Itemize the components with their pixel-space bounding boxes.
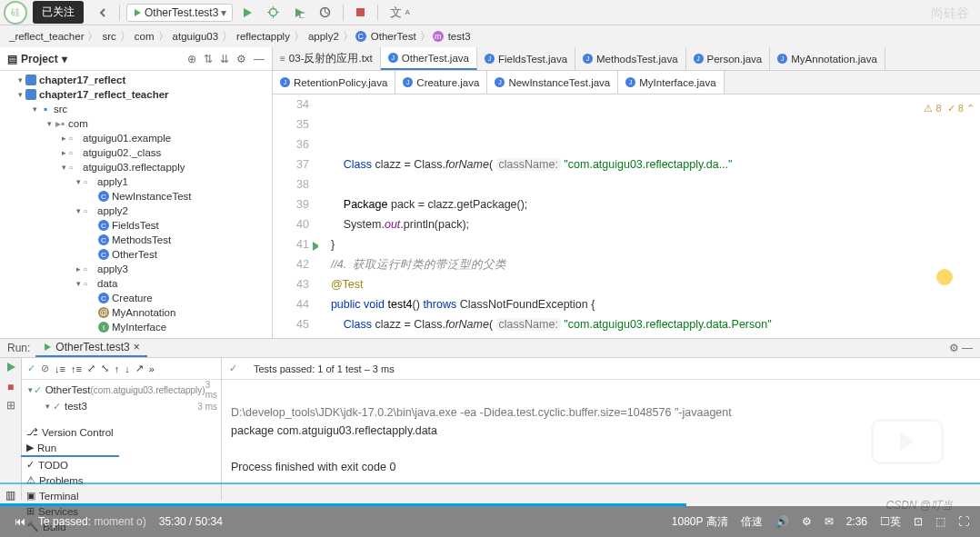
editor-tab[interactable]: JRetentionPolicy.java: [273, 71, 395, 94]
video-quality[interactable]: 1080P 高清: [672, 514, 728, 530]
editor-tab[interactable]: JCreature.java: [395, 71, 487, 94]
bc-item[interactable]: reflectapply: [235, 31, 292, 42]
breadcrumb: _reflect_teacher〉 src〉 com〉 atguigu03〉 r…: [0, 25, 980, 47]
tree-row[interactable]: IMyInterface: [0, 320, 272, 334]
tree-row[interactable]: ▾▫atguigu03.reflectapply: [0, 160, 272, 174]
editor-tab[interactable]: ≡03-反射的应用.txt: [273, 47, 381, 70]
translate-icon[interactable]: 文A: [385, 3, 415, 23]
wide-icon[interactable]: ⬚: [935, 515, 945, 528]
tree-row[interactable]: COtherTest: [0, 247, 272, 262]
bc-item[interactable]: test3: [446, 31, 473, 42]
editor-tabs-row-2: JRetentionPolicy.javaJCreature.javaJNewI…: [273, 71, 980, 94]
cursor-highlight-icon: [936, 269, 953, 285]
tree-row[interactable]: CMethodsTest: [0, 233, 272, 247]
layout-icon[interactable]: ⊞: [6, 399, 15, 412]
danmaku-icon[interactable]: ✉: [825, 515, 834, 528]
tree-row[interactable]: ▸▫atguigu01.example: [0, 131, 272, 145]
coverage-button[interactable]: [288, 5, 310, 20]
tree-row[interactable]: ▾▸▪com: [0, 116, 272, 131]
statusbar-show-icon[interactable]: ▥: [5, 489, 15, 502]
tree-row[interactable]: CCreature: [0, 291, 272, 305]
project-tool-title[interactable]: ▤ Project ▾: [7, 53, 67, 65]
test-tree-row[interactable]: ▾✓OtherTest (com.atguigu03.reflectapply)…: [25, 382, 217, 398]
main-toolbar: 硅 已关注 OtherTest.test3 ▾ 文A: [0, 0, 980, 25]
statusbar-tool[interactable]: ▶ Run: [21, 440, 119, 457]
filter-x-icon[interactable]: ⊘: [41, 363, 49, 374]
fullscreen-icon[interactable]: ⛶: [958, 515, 969, 528]
gear-icon[interactable]: ⚙ —: [949, 342, 973, 354]
pip-icon[interactable]: ⊡: [914, 515, 923, 528]
gear-icon[interactable]: ⚙: [802, 515, 812, 528]
stop-icon[interactable]: ■: [7, 381, 14, 393]
bc-item[interactable]: com: [133, 31, 156, 42]
export-icon[interactable]: ↗: [135, 363, 144, 374]
svg-rect-7: [356, 8, 365, 16]
run-config-selector[interactable]: OtherTest.test3 ▾: [126, 4, 233, 22]
run-button[interactable]: [236, 5, 258, 20]
expand-icon[interactable]: ⤢: [87, 363, 95, 374]
account-avatar[interactable]: 硅: [4, 1, 27, 25]
tree-row[interactable]: ▸▫atguigu02._class: [0, 145, 272, 160]
check-icon[interactable]: ✓: [27, 363, 35, 374]
watermark-text: 尚硅谷: [931, 5, 969, 22]
tree-row[interactable]: CNewInstanceTest: [0, 189, 272, 204]
editor-tab[interactable]: JMyInterface.java: [618, 71, 724, 94]
sort-icon[interactable]: ↓≡: [55, 363, 65, 374]
next-icon[interactable]: ↓: [125, 363, 130, 374]
run-tab[interactable]: OtherTest.test3 ×: [35, 339, 146, 357]
bc-item[interactable]: _reflect_teacher: [7, 31, 85, 42]
statusbar-tool[interactable]: ⚠ Problems: [21, 472, 119, 488]
sort2-icon[interactable]: ↑≡: [71, 363, 82, 374]
tree-row[interactable]: ▾▫apply2: [0, 204, 272, 218]
prev-icon[interactable]: ↑: [115, 363, 120, 374]
video-prev-icon[interactable]: ⏮: [15, 515, 25, 528]
editor-tab[interactable]: JMethodsTest.java: [575, 47, 686, 70]
tree-row[interactable]: CFieldsTest: [0, 218, 272, 233]
code-editor[interactable]: 3435363738394041 42434445 ⚠ 8 ✓ 8 ⌃ Clas…: [273, 94, 980, 338]
editor-tab[interactable]: JFieldsTest.java: [477, 47, 575, 70]
hide-icon[interactable]: —: [254, 53, 265, 65]
project-tree[interactable]: ▾chapter17_reflect▾chapter17_reflect_tea…: [0, 71, 272, 338]
tree-row[interactable]: ▾chapter17_reflect_teacher: [0, 87, 272, 102]
editor-tab[interactable]: JPerson.java: [686, 47, 771, 70]
tree-row[interactable]: ▾▪src: [0, 102, 272, 116]
editor-tab[interactable]: JNewInstanceTest.java: [487, 71, 618, 94]
test-tree-row[interactable]: ▾✓test3 3 ms: [25, 398, 217, 414]
editor-tab[interactable]: JMyAnnotation.java: [770, 47, 885, 70]
tree-row[interactable]: ▾▫apply1: [0, 174, 272, 189]
bc-item[interactable]: atguigu03: [171, 31, 221, 42]
video-speed[interactable]: 倍速: [741, 514, 763, 530]
inspection-badge[interactable]: ⚠ 8 ✓ 8 ⌃: [924, 98, 975, 118]
video-status-passed: Te passed: moment o): [38, 515, 146, 528]
collapse-all-icon[interactable]: ⇊: [220, 53, 229, 65]
bc-item[interactable]: OtherTest: [369, 31, 418, 42]
expand-all-icon[interactable]: ⇅: [204, 53, 213, 65]
statusbar-tool[interactable]: ⎇ Version Control: [21, 424, 119, 440]
lang-icon[interactable]: ☐英: [880, 514, 901, 530]
collapse-icon[interactable]: ⤡: [101, 363, 109, 374]
select-opened-icon[interactable]: ⊕: [187, 53, 196, 65]
tree-row[interactable]: ▾▫data: [0, 276, 272, 291]
settings-icon[interactable]: ⚙: [236, 53, 246, 65]
profile-button[interactable]: [314, 5, 336, 20]
volume-icon[interactable]: 🔊: [775, 515, 789, 528]
back-button[interactable]: [93, 6, 113, 19]
divider-line: [0, 482, 980, 484]
tree-row[interactable]: ▾chapter17_reflect: [0, 73, 272, 87]
tree-row[interactable]: @MyAnnotation: [0, 305, 272, 320]
run-tool-window: Run: OtherTest.test3 × ⚙ — ■ ⊞ ✓ ⊘ ↓≡ ↑≡…: [0, 338, 980, 483]
bc-item[interactable]: src: [100, 31, 117, 42]
debug-button[interactable]: [262, 5, 285, 20]
run-toolbar-vertical: ■ ⊞: [0, 358, 22, 500]
tree-row[interactable]: ▸▫apply3: [0, 262, 272, 276]
video-time: 35:30 / 50:34: [159, 515, 223, 528]
follow-button[interactable]: 已关注: [33, 1, 84, 24]
rerun-icon[interactable]: [5, 362, 16, 375]
statusbar-tool[interactable]: ▣ Terminal: [21, 488, 119, 503]
statusbar-tool[interactable]: ✓ TODO: [21, 457, 119, 472]
project-sidebar: ▤ Project ▾ ⊕ ⇅ ⇊ ⚙ — ▾chapter17_reflect…: [0, 47, 273, 338]
bc-item[interactable]: apply2: [306, 31, 341, 42]
stop-button[interactable]: [350, 5, 371, 19]
test-status-bar: ✓Tests passed: 1 of 1 test – 3 ms: [222, 358, 980, 380]
editor-tab[interactable]: JOtherTest.java: [381, 47, 477, 70]
